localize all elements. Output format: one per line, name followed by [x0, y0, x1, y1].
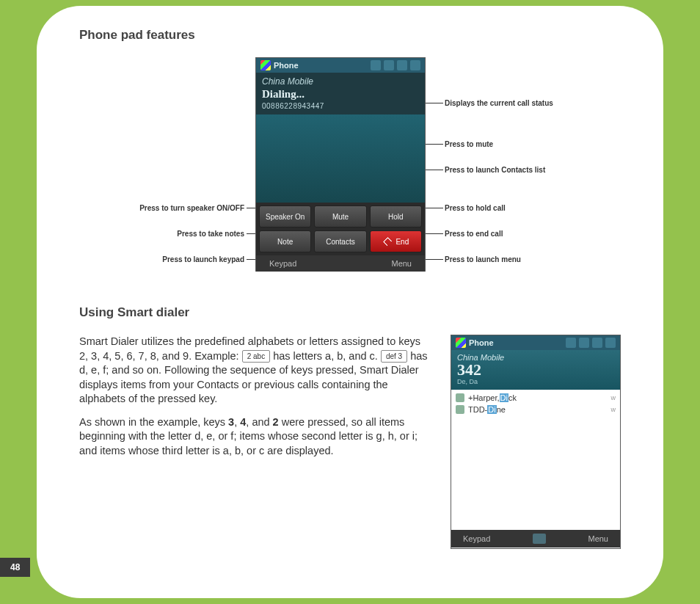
softkey-keypad[interactable]: Keypad: [269, 259, 296, 268]
callout-contacts: Press to launch Contacts list: [445, 166, 545, 174]
close-icon: [410, 60, 420, 70]
callout-hold: Press to hold call: [445, 204, 506, 212]
speaker-button[interactable]: Speaker On: [259, 205, 311, 228]
softkey-menu[interactable]: Menu: [391, 259, 412, 268]
key-2abc: 2 abc: [242, 350, 270, 363]
battery-icon: [579, 338, 589, 348]
callout-end: Press to end call: [445, 230, 503, 238]
dialed-number: 00886228943447: [256, 102, 425, 114]
phone2-title: Phone: [469, 338, 563, 347]
callout-keypad: Press to launch keypad: [79, 255, 244, 263]
letter-hint: De, Da: [457, 378, 614, 385]
callout-status: Displays the current call status: [445, 99, 553, 107]
phone-screenshot-smartdialer: Phone China Mobile 342 De, Da +Harper, D…: [451, 335, 621, 549]
contact-icon: [456, 393, 464, 402]
end-call-button[interactable]: End: [370, 230, 422, 252]
callout-speaker: Press to turn speaker ON/OFF: [79, 204, 244, 212]
phone-pad-diagram: Press to turn speaker ON/OFF Press to ta…: [79, 57, 621, 285]
softkey-menu[interactable]: Menu: [588, 534, 608, 543]
signal-icon: [566, 338, 576, 348]
windows-start-icon: [456, 338, 466, 348]
callout-menu: Press to launch menu: [445, 255, 521, 263]
section2-title: Using Smart dialer: [79, 305, 621, 320]
volume-icon: [397, 60, 407, 70]
note-button[interactable]: Note: [259, 230, 311, 252]
battery-icon: [384, 60, 394, 70]
windows-start-icon: [260, 60, 271, 70]
callout-mute: Press to mute: [445, 140, 493, 148]
volume-icon: [592, 338, 602, 348]
list-item[interactable]: TDD-Dine w: [451, 404, 620, 415]
document-sheet: Phone pad features Press to turn speaker…: [37, 6, 663, 598]
call-status: Dialing...: [256, 87, 425, 102]
hold-button[interactable]: Hold: [370, 205, 422, 228]
entered-digits: 342: [457, 362, 614, 378]
section1-title: Phone pad features: [79, 28, 621, 43]
mute-button[interactable]: Mute: [314, 205, 366, 228]
signal-icon: [371, 60, 381, 70]
close-icon: [605, 338, 616, 348]
match-list: +Harper, Dick w TDD-Dine w: [451, 390, 620, 530]
key-def3: def 3: [381, 350, 407, 363]
phone1-title: Phone: [274, 61, 368, 70]
softkey-keypad[interactable]: Keypad: [463, 534, 490, 543]
phone-screenshot-dialing: Phone China Mobile Dialing... 0088622894…: [255, 57, 426, 272]
body-text: Smart Dialer utilizes the predefined alp…: [79, 335, 431, 467]
carrier-label: China Mobile: [256, 73, 425, 87]
list-item[interactable]: +Harper, Dick w: [451, 392, 620, 404]
page-number: 48: [0, 558, 30, 577]
contact-icon: [456, 405, 464, 414]
contacts-button[interactable]: Contacts: [314, 230, 366, 252]
softkey-center-icon[interactable]: [533, 534, 546, 544]
callout-note: Press to take notes: [79, 230, 244, 238]
